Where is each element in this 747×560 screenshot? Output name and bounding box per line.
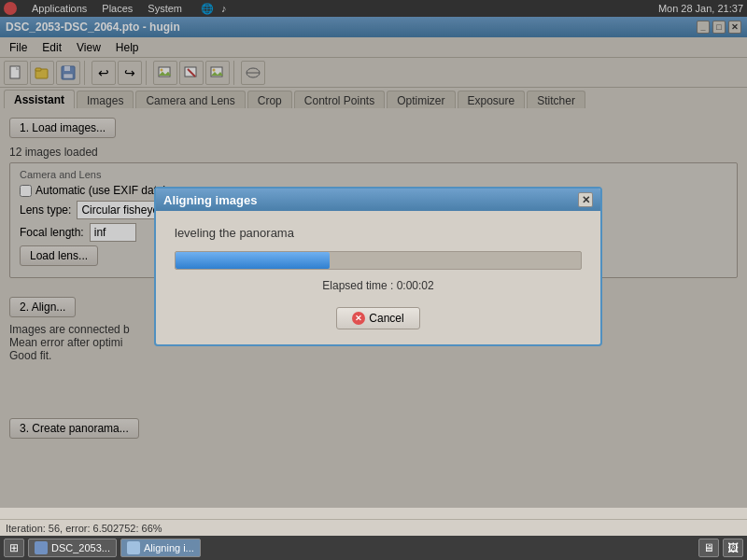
gallery-button[interactable]: 🖼 [723,539,743,557]
taskbar-item-dialog[interactable]: Aligning i... [120,539,201,557]
modal-cancel-button[interactable]: ✕ Cancel [336,307,419,329]
taskbar-main-icon [35,541,48,554]
taskbar-dialog-label: Aligning i... [144,542,194,553]
modal-title: Aligning images [163,193,257,207]
modal-status-text: leveling the panorama [175,226,582,240]
taskbar-start-btn[interactable]: ⊞ [4,539,24,557]
status-text: Iteration: 56, error: 6.502752: 66% [6,523,162,534]
taskbar: ⊞ DSC_2053... Aligning i... 🖥 🖼 [0,536,747,560]
cancel-label: Cancel [369,312,403,325]
aligning-dialog: Aligning images ✕ leveling the panorama … [154,187,602,346]
cancel-icon: ✕ [352,312,365,325]
elapsed-value: 0:00:02 [397,279,434,292]
taskbar-dialog-icon [127,541,140,554]
progress-bar-fill [176,252,330,269]
taskbar-item-main[interactable]: DSC_2053... [28,539,117,557]
status-bar: Iteration: 56, error: 6.502752: 66% [0,519,747,536]
taskbar-main-label: DSC_2053... [51,542,110,553]
modal-title-bar: Aligning images ✕ [156,189,600,211]
elapsed-label: Elapsed time : [322,279,393,292]
display-button[interactable]: 🖥 [698,539,719,557]
taskbar-end: 🖥 🖼 [698,539,743,557]
modal-close-button[interactable]: ✕ [578,192,593,207]
modal-content: leveling the panorama Elapsed time : 0:0… [156,211,600,344]
elapsed-time-row: Elapsed time : 0:00:02 [175,279,582,292]
progress-bar [175,251,582,270]
